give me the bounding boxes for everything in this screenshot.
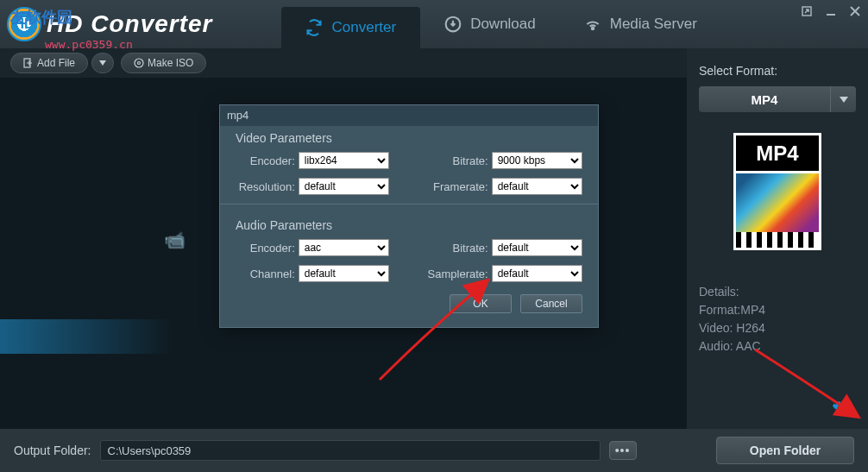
video-encoder-select[interactable]: libx264 (299, 152, 389, 169)
logo-area: 友软件园 HD HD Converter www.pc0359.cn (0, 7, 212, 41)
chevron-down-icon (840, 97, 848, 103)
details-label: Details: (699, 283, 856, 301)
video-bitrate-select[interactable]: 9000 kbps (492, 152, 582, 169)
audio-samplerate-label: Samplerate: (425, 267, 488, 280)
tab-label: Media Server (610, 16, 697, 33)
dialog-title: mp4 (220, 105, 598, 126)
thumb-image (733, 171, 821, 250)
output-folder-label: Output Folder: (14, 444, 91, 457)
camera-icon: 📹 (164, 230, 186, 250)
sidebar: Select Format: MP4 MP4 Details: Format:M… (687, 48, 868, 429)
cn-watermark: 友软件园 (10, 7, 72, 28)
audio-encoder-select[interactable]: aac (299, 239, 389, 256)
footer: Output Folder: ••• Open Folder (0, 429, 868, 472)
audio-section-title: Audio Parameters (236, 213, 582, 239)
audio-encoder-label: Encoder: (236, 242, 295, 255)
make-iso-button[interactable]: Make ISO (121, 53, 206, 73)
close-icon[interactable] (849, 5, 861, 17)
parameters-dialog: mp4 Video Parameters Encoder: libx264 Bi… (219, 104, 599, 328)
video-bitrate-label: Bitrate: (425, 154, 488, 167)
video-framerate-label: Framerate: (425, 180, 488, 193)
video-resolution-select[interactable]: default (299, 178, 389, 195)
video-section-title: Video Parameters (236, 126, 582, 152)
main-tabs: Converter Download Media Server (281, 0, 720, 48)
audio-bitrate-select[interactable]: default (492, 239, 582, 256)
settings-gear-icon[interactable] (832, 400, 849, 417)
make-iso-label: Make ISO (148, 57, 193, 69)
titlebar: 友软件园 HD HD Converter www.pc0359.cn Conve… (0, 0, 868, 48)
format-dropdown[interactable]: MP4 (699, 86, 856, 112)
format-dropdown-arrow[interactable] (830, 86, 856, 112)
output-folder-input[interactable] (100, 440, 601, 461)
download-icon (444, 16, 462, 33)
tab-converter[interactable]: Converter (281, 7, 420, 48)
svg-point-4 (135, 59, 143, 67)
add-file-button[interactable]: Add File (10, 53, 88, 73)
format-thumbnail: MP4 (733, 133, 821, 250)
svg-point-5 (138, 62, 141, 65)
detail-audio: Audio: AAC (699, 337, 856, 356)
format-value[interactable]: MP4 (699, 86, 830, 112)
video-framerate-select[interactable]: default (492, 178, 582, 195)
video-encoder-label: Encoder: (236, 154, 295, 167)
open-folder-button[interactable]: Open Folder (716, 437, 854, 464)
audio-channel-label: Channel: (236, 267, 295, 280)
add-file-icon (23, 58, 34, 68)
chevron-down-icon (99, 60, 106, 66)
url-watermark: www.pc0359.cn (45, 38, 133, 51)
minimize-icon[interactable] (825, 5, 837, 17)
dialog-separator (220, 204, 598, 205)
tab-label: Converter (331, 19, 396, 36)
audio-bitrate-label: Bitrate: (425, 242, 488, 255)
ok-button[interactable]: OK (450, 294, 512, 313)
tab-label: Download (470, 16, 536, 33)
audio-samplerate-select[interactable]: default (492, 265, 582, 282)
tab-media-server[interactable]: Media Server (560, 0, 721, 48)
select-format-label: Select Format: (699, 64, 856, 78)
tab-download[interactable]: Download (420, 0, 560, 48)
svg-point-1 (591, 28, 594, 30)
background-glow (0, 319, 173, 354)
thumb-label: MP4 (733, 133, 821, 171)
window-controls (801, 5, 861, 17)
refresh-icon (305, 19, 323, 36)
cancel-button[interactable]: Cancel (520, 294, 582, 313)
detail-format: Format:MP4 (699, 301, 856, 319)
detail-video: Video: H264 (699, 319, 856, 337)
browse-button[interactable]: ••• (609, 441, 637, 460)
wifi-icon (584, 16, 601, 33)
disc-icon (134, 58, 144, 68)
audio-channel-select[interactable]: default (299, 265, 389, 282)
popout-icon[interactable] (801, 5, 813, 17)
details-panel: Details: Format:MP4 Video: H264 Audio: A… (699, 283, 856, 356)
video-resolution-label: Resolution: (236, 180, 295, 193)
add-file-dropdown[interactable] (91, 53, 114, 73)
add-file-label: Add File (37, 57, 75, 69)
